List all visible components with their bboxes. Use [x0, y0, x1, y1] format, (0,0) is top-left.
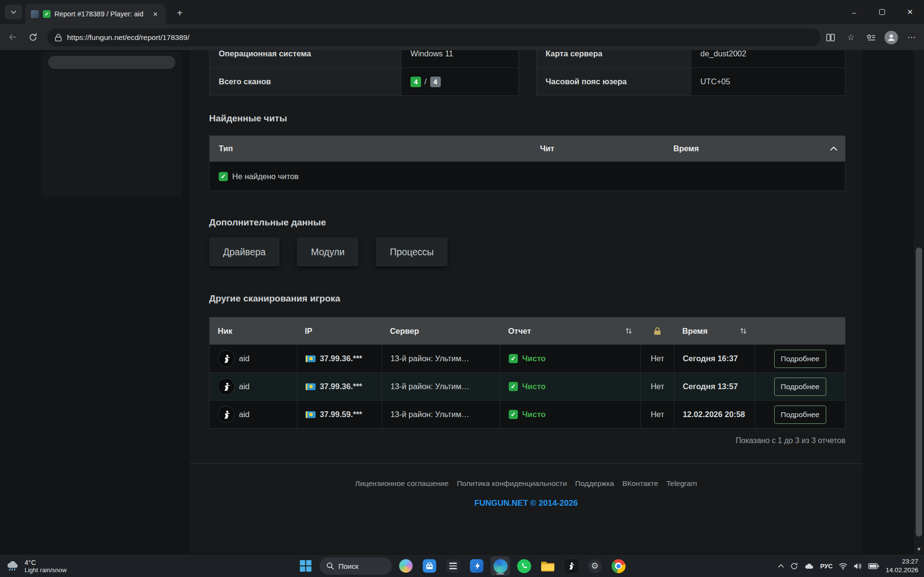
- browser-menu-icon[interactable]: ⋯: [903, 29, 920, 46]
- new-tab-button[interactable]: +: [172, 7, 187, 19]
- report-cell: ✓Чисто: [500, 345, 640, 372]
- taskbar-clock[interactable]: 23:27 14.02.2026: [885, 557, 918, 574]
- time-cell: Сегодня 16:37: [674, 345, 755, 372]
- scroll-down-icon[interactable]: ▼: [914, 546, 924, 552]
- cheats-empty-row: ✓ Не найдено читов: [210, 161, 845, 191]
- file-explorer-button[interactable]: [538, 556, 557, 576]
- ip-cell: 37.99.59.***: [297, 401, 382, 428]
- ip-cell: 37.99.36.***: [297, 345, 382, 372]
- secure-cell: Нет: [640, 345, 674, 372]
- table-row: aid 37.99.59.*** 13-й район: Ультим… ✓Чи…: [210, 400, 845, 428]
- footer-link-vk[interactable]: ВКонтакте: [622, 479, 659, 488]
- profile-button[interactable]: [883, 29, 900, 46]
- split-screen-icon[interactable]: [822, 29, 839, 46]
- site-info-lock-icon[interactable]: [55, 34, 62, 41]
- column-header-ip: IP: [297, 327, 382, 336]
- time-cell: 12.02.2026 20:58: [674, 401, 755, 428]
- notes-app-button[interactable]: [444, 556, 463, 576]
- info-label: Операционная система: [210, 50, 401, 67]
- footer-link-license[interactable]: Лицензионное соглашение: [355, 479, 449, 488]
- page-scrollbar[interactable]: ▼: [914, 50, 924, 554]
- collapse-caret-icon[interactable]: [830, 146, 845, 151]
- footer-link-support[interactable]: Поддержка: [575, 479, 614, 488]
- dark-app-icon: [447, 559, 460, 573]
- store-app-button[interactable]: [420, 556, 439, 576]
- player-avatar-icon: [218, 406, 235, 423]
- table-row: Карта сервера de_dust2002: [537, 50, 845, 67]
- info-value: de_dust2002: [691, 50, 845, 67]
- column-header-report[interactable]: Отчет: [500, 327, 640, 336]
- check-icon: ✓: [509, 410, 518, 419]
- column-header-nick: Ник: [210, 327, 297, 336]
- info-value: 4 / 4: [401, 68, 518, 95]
- address-bar[interactable]: https://fungun.net/ecd/report/178389/: [47, 28, 820, 46]
- player-nick: aid: [239, 410, 250, 419]
- column-header-type: Тип: [210, 144, 540, 153]
- minimize-button[interactable]: –: [840, 0, 868, 24]
- other-scans-heading: Другие сканирования игрока: [209, 293, 845, 304]
- maximize-icon: [879, 9, 885, 15]
- url-text: https://fungun.net/ecd/report/178389/: [67, 33, 189, 42]
- action-cell: Подробнее: [755, 401, 845, 428]
- volume-icon[interactable]: [854, 563, 862, 570]
- close-window-button[interactable]: ✕: [896, 0, 924, 24]
- settings-app-button[interactable]: ⚙: [585, 556, 605, 576]
- player-nick: aid: [239, 382, 250, 391]
- table-row: aid 37.99.36.*** 13-й район: Ультим… ✓Чи…: [210, 344, 845, 372]
- cloud-icon[interactable]: [805, 563, 814, 569]
- check-icon: ✓: [509, 354, 518, 363]
- scrollbar-thumb[interactable]: [916, 248, 922, 537]
- details-button[interactable]: Подробнее: [774, 350, 826, 368]
- whatsapp-app-button[interactable]: [515, 556, 534, 576]
- info-label: Карта сервера: [537, 50, 691, 67]
- blue-bolt-icon: [470, 559, 484, 573]
- info-label: Часовой пояс юзера: [537, 68, 691, 95]
- server-cell: 13-й район: Ультим…: [382, 373, 500, 400]
- player-avatar-icon: [218, 350, 235, 367]
- favorites-hub-icon[interactable]: [862, 29, 880, 46]
- column-header-secure[interactable]: [640, 327, 674, 335]
- clock-date: 14.02.2026: [885, 566, 918, 575]
- tab-close-icon[interactable]: ✕: [151, 10, 160, 19]
- wifi-icon[interactable]: [839, 563, 847, 570]
- chrome-app-button[interactable]: [609, 556, 628, 576]
- browser-tab[interactable]: ✓ Report #178389 / Player: aid ✕: [25, 4, 166, 24]
- badge-separator: /: [424, 77, 427, 86]
- scans-total-badge: 4: [430, 77, 441, 87]
- footer-link-telegram[interactable]: Telegram: [666, 479, 697, 488]
- weather-widget[interactable]: 4°C Light rain/snow: [6, 554, 66, 577]
- details-button[interactable]: Подробнее: [774, 378, 826, 396]
- extra-data-heading: Дополнительные данные: [209, 217, 845, 228]
- start-button[interactable]: [296, 556, 316, 576]
- taskbar-search[interactable]: Поиск: [320, 557, 392, 575]
- ip-cell: 37.99.36.***: [297, 373, 382, 400]
- refresh-button[interactable]: [24, 29, 41, 45]
- tab-search-chevron-button[interactable]: [5, 5, 22, 19]
- cheats-table-header: Тип Чит Время: [210, 136, 845, 161]
- details-button[interactable]: Подробнее: [774, 406, 826, 424]
- nick-cell: aid: [210, 345, 297, 372]
- server-cell: 13-й район: Ультим…: [382, 345, 500, 372]
- sync-icon[interactable]: [790, 562, 798, 570]
- back-button[interactable]: [4, 29, 21, 45]
- blue-app-button[interactable]: [467, 556, 487, 576]
- kazakhstan-flag-icon: [305, 411, 316, 418]
- report-info-tables: Операционная система Windows 11 Всего ск…: [209, 50, 845, 96]
- maximize-button[interactable]: [868, 0, 896, 24]
- column-header-time[interactable]: Время: [674, 327, 755, 336]
- store-icon: [423, 559, 436, 573]
- battery-icon[interactable]: [868, 563, 879, 569]
- edge-app-button[interactable]: [491, 556, 510, 576]
- report-cell: ✓Чисто: [500, 401, 640, 428]
- footer-link-privacy[interactable]: Политика конфиденциальности: [457, 479, 567, 488]
- weather-desc: Light rain/snow: [25, 566, 66, 574]
- drivers-button[interactable]: Драйвера: [209, 237, 279, 266]
- cs2-app-button[interactable]: [562, 556, 581, 576]
- favorite-star-icon[interactable]: ☆: [842, 29, 859, 46]
- modules-button[interactable]: Модули: [297, 237, 358, 266]
- tray-chevron-up-icon[interactable]: [778, 564, 784, 568]
- cheats-table: Тип Чит Время ✓ Не найдено читов: [209, 135, 845, 191]
- copilot-app-button[interactable]: [396, 556, 416, 576]
- processes-button[interactable]: Процессы: [376, 237, 448, 266]
- language-indicator[interactable]: РУС: [820, 563, 832, 570]
